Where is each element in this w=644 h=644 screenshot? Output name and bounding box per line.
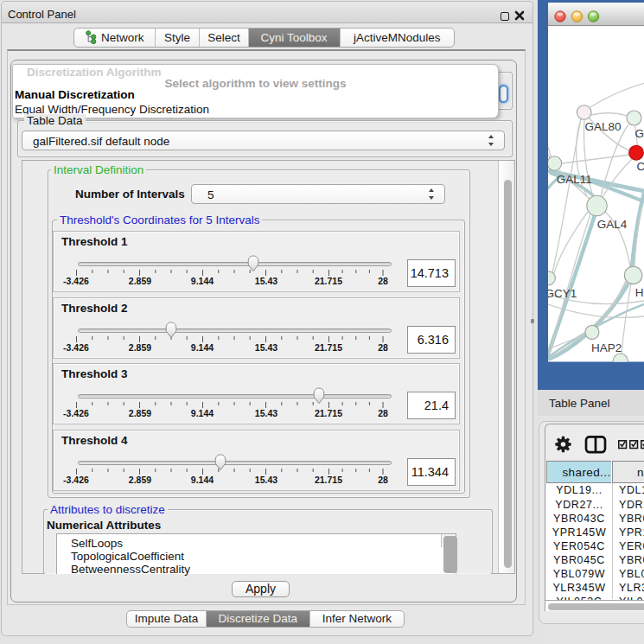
svg-text:GA: GA [635,127,644,140]
svg-text:H: H [635,286,644,299]
svg-text:GCY1: GCY1 [545,287,577,300]
svg-text:GAL80: GAL80 [585,120,622,133]
svg-text:GAL11: GAL11 [557,173,592,186]
svg-text:C: C [637,160,644,173]
svg-text:HAP2: HAP2 [591,341,622,354]
svg-text:GAL4: GAL4 [597,218,628,231]
